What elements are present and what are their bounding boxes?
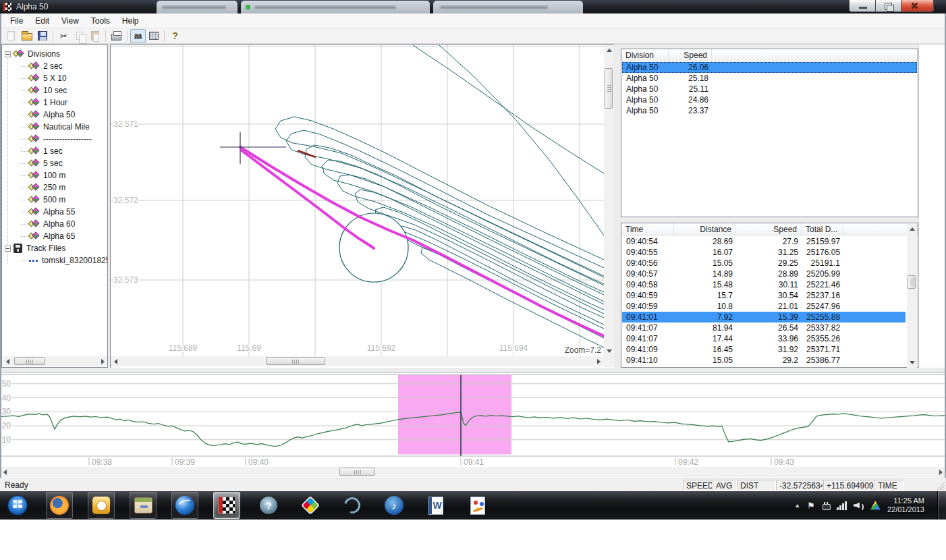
tree-section-track-files[interactable]: Track Files bbox=[2, 242, 107, 254]
column-header-total-d-[interactable]: Total D... bbox=[802, 223, 843, 235]
table-row[interactable]: 09:40:5428.6927.925159.97 bbox=[622, 236, 906, 247]
taskbar-avg-antivirus-icon[interactable] bbox=[297, 492, 324, 519]
toolbar-open[interactable] bbox=[19, 29, 34, 43]
toolbar-cut[interactable]: ✂ bbox=[56, 29, 72, 43]
scroll-right-button[interactable] bbox=[594, 356, 604, 366]
toolbar-save[interactable] bbox=[34, 29, 50, 43]
tree-item-alpha-55[interactable]: Alpha 55 bbox=[2, 206, 107, 218]
vertical-splitter[interactable] bbox=[614, 45, 621, 368]
tree-item-alpha-60[interactable]: Alpha 60 bbox=[2, 218, 107, 230]
toolbar-copy[interactable] bbox=[72, 29, 87, 43]
scrollbar-thumb[interactable] bbox=[908, 275, 916, 289]
map-canvas[interactable]: 32.57132.57232.573115.689115.69115.69211… bbox=[111, 45, 604, 356]
table-row[interactable]: Alpha 5024.86 bbox=[622, 94, 917, 105]
background-browser-tab[interactable] bbox=[433, 1, 583, 13]
tree-item-500-m[interactable]: 500 m bbox=[2, 194, 107, 206]
scrollbar-thumb[interactable] bbox=[266, 357, 325, 365]
table-row[interactable]: 09:41:017.9215.3925255.88 bbox=[622, 312, 906, 323]
table-row[interactable]: Alpha 5025.11 bbox=[622, 84, 917, 94]
toolbar-grid[interactable] bbox=[146, 29, 161, 43]
scroll-down-button[interactable] bbox=[604, 346, 614, 356]
tree-item-5-sec[interactable]: 5 sec bbox=[2, 157, 107, 169]
tree-expander-icon[interactable] bbox=[5, 51, 11, 57]
toolbar-new[interactable] bbox=[3, 29, 19, 43]
scroll-up-button[interactable] bbox=[907, 224, 917, 234]
column-header-division[interactable]: Division bbox=[621, 49, 669, 61]
taskbar-firefox-icon[interactable] bbox=[46, 492, 73, 519]
tray-expand-icon[interactable]: ▲ bbox=[794, 502, 800, 509]
tree-item-nautical-mile[interactable]: Nautical Mile bbox=[2, 121, 107, 133]
table-row[interactable]: 09:41:1015.0529.225386.77 bbox=[622, 355, 906, 366]
table-row[interactable]: 09:40:5815.4830.1125221.46 bbox=[622, 279, 906, 290]
taskbar-outlook-icon[interactable] bbox=[88, 492, 115, 519]
taskbar-paint-icon[interactable] bbox=[464, 492, 491, 519]
scroll-left-button[interactable] bbox=[0, 467, 10, 477]
taskbar-clock[interactable]: 11:25 AM 22/01/2013 bbox=[887, 497, 924, 514]
tree-horizontal-scrollbar[interactable] bbox=[3, 356, 108, 366]
scrollbar-thumb[interactable] bbox=[605, 68, 613, 109]
google-drive-icon[interactable] bbox=[870, 501, 881, 510]
column-header-speed[interactable]: Speed bbox=[736, 223, 802, 235]
table-row[interactable]: 09:40:5714.8928.8925205.99 bbox=[622, 269, 906, 279]
menu-file[interactable]: File bbox=[4, 14, 29, 28]
scroll-left-button[interactable] bbox=[3, 356, 13, 366]
table-row[interactable]: 09:40:5910.821.0125247.96 bbox=[622, 301, 906, 312]
tree-item-tomski-832001825[interactable]: tomski_832001825 bbox=[2, 254, 107, 267]
close-button[interactable] bbox=[901, 0, 934, 12]
tree-item-250-m[interactable]: 250 m bbox=[2, 181, 107, 194]
tree-item-1-sec[interactable]: 1 sec bbox=[2, 145, 107, 157]
tree-item-alpha-65[interactable]: Alpha 65 bbox=[2, 230, 107, 242]
taskbar-google-earth-icon[interactable] bbox=[171, 492, 198, 519]
tree-expander-icon[interactable] bbox=[5, 246, 11, 252]
column-header-speed[interactable]: Speed bbox=[669, 49, 712, 61]
scrollbar-thumb[interactable] bbox=[14, 357, 45, 365]
action-center-flag-icon[interactable]: ⚑ bbox=[807, 501, 815, 511]
taskbar-itunes-icon[interactable]: ♪ bbox=[381, 492, 408, 519]
tree-item-5-x-10[interactable]: 5 X 10 bbox=[2, 72, 107, 84]
toolbar-format[interactable]: aa bbox=[130, 29, 146, 43]
toolbar-paste[interactable] bbox=[87, 29, 103, 43]
menu-help[interactable]: Help bbox=[116, 14, 145, 28]
column-header-time[interactable]: Time bbox=[621, 223, 674, 235]
tree-item-alpha-50[interactable]: Alpha 50 bbox=[2, 109, 107, 121]
table-row[interactable]: 09:41:0916.4531.9225371.71 bbox=[622, 344, 906, 355]
background-browser-tab[interactable] bbox=[157, 1, 238, 13]
taskbar-question-orb-icon[interactable]: ? bbox=[255, 492, 282, 519]
table-row[interactable]: 09:40:5915.730.5425237.16 bbox=[622, 290, 906, 301]
toolbar-print[interactable] bbox=[109, 29, 124, 43]
detail-vertical-scrollbar[interactable] bbox=[907, 224, 917, 368]
table-row[interactable]: Alpha 5023.37 bbox=[622, 105, 917, 116]
scroll-up-button[interactable] bbox=[604, 45, 614, 55]
graph-horizontal-scrollbar[interactable] bbox=[0, 467, 946, 477]
table-row[interactable]: 09:41:0717.4433.9625355.26 bbox=[622, 333, 906, 344]
taskbar-start-icon[interactable] bbox=[4, 492, 31, 519]
network-signal-icon[interactable] bbox=[837, 501, 847, 510]
tree-item-2-sec[interactable]: 2 sec bbox=[2, 60, 107, 72]
scroll-down-button[interactable] bbox=[907, 358, 917, 368]
taskbar-alpha50-checkered-icon[interactable] bbox=[213, 492, 240, 519]
scroll-left-button[interactable] bbox=[111, 356, 121, 366]
table-row[interactable]: 09:41:0781.9426.5425337.82 bbox=[622, 323, 906, 333]
volume-icon[interactable] bbox=[854, 501, 864, 510]
taskbar-swirl-app-icon[interactable] bbox=[339, 492, 366, 519]
tree-item-10-sec[interactable]: 10 sec bbox=[2, 84, 107, 96]
power-plug-icon[interactable] bbox=[822, 502, 830, 509]
speed-graph-canvas[interactable]: 102030405009:3809:3909:4009:4109:4209:43 bbox=[0, 373, 946, 469]
menu-tools[interactable]: Tools bbox=[85, 14, 116, 28]
tree-item-100-m[interactable]: 100 m bbox=[2, 169, 107, 181]
menu-edit[interactable]: Edit bbox=[29, 14, 55, 28]
background-browser-tab[interactable] bbox=[241, 1, 430, 13]
tree-item-1-hour[interactable]: 1 Hour bbox=[2, 96, 107, 109]
show-desktop-button[interactable] bbox=[937, 491, 946, 520]
menu-view[interactable]: View bbox=[55, 14, 85, 28]
map-vertical-scrollbar[interactable] bbox=[604, 45, 614, 356]
table-row[interactable]: Alpha 5026.06 bbox=[622, 62, 917, 73]
map-horizontal-scrollbar[interactable] bbox=[111, 356, 604, 366]
minimize-button[interactable] bbox=[849, 0, 876, 12]
scroll-right-button[interactable] bbox=[98, 356, 108, 366]
toolbar-help[interactable]: ? bbox=[167, 29, 183, 43]
table-row[interactable]: 09:40:5516.0731.2525176.05 bbox=[622, 247, 906, 258]
table-row[interactable]: Alpha 5025.18 bbox=[622, 73, 917, 84]
tree-item--[interactable]: ------------------ bbox=[2, 133, 107, 145]
restore-button[interactable] bbox=[876, 0, 901, 12]
